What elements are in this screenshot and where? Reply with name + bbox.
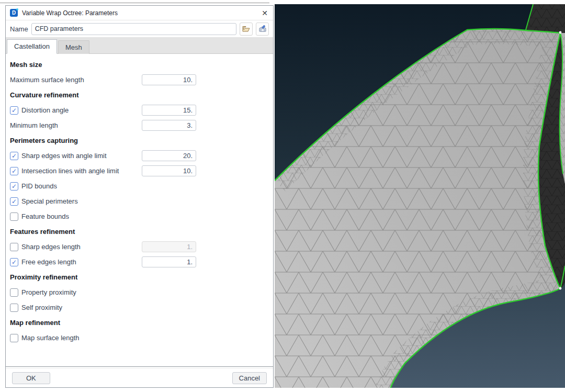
- param-row: Property proximity: [8, 285, 271, 300]
- param-row: Self proximity: [8, 300, 271, 315]
- param-label: Sharp edges with angle limit: [21, 152, 107, 160]
- close-icon[interactable]: ✕: [261, 9, 269, 17]
- param-row: Feature bounds: [8, 209, 271, 224]
- param-input[interactable]: [142, 241, 196, 252]
- param-input[interactable]: [142, 74, 196, 85]
- checkbox-checked[interactable]: [10, 152, 18, 160]
- section-header: Mesh size: [8, 57, 271, 72]
- param-label: Distortion angle: [21, 106, 69, 114]
- dialog-titlebar[interactable]: D Variable Wrap Octree: Parameters ✕: [6, 6, 273, 20]
- checkbox-unchecked[interactable]: [10, 288, 18, 297]
- name-label: Name: [10, 25, 28, 33]
- param-label: Maximum surface length: [10, 76, 84, 84]
- checkbox-checked[interactable]: [10, 167, 18, 175]
- param-row: Minimum length: [8, 118, 271, 133]
- vertex-dot-top: [559, 31, 562, 34]
- tab-bar: Castellation Mesh: [6, 38, 273, 54]
- param-label: PID bounds: [21, 182, 57, 190]
- checkbox-checked[interactable]: [10, 182, 18, 191]
- param-label: Self proximity: [21, 304, 62, 311]
- param-label: Intersection lines with angle limit: [21, 167, 119, 175]
- param-input[interactable]: [142, 120, 196, 131]
- checkbox-checked[interactable]: [10, 197, 18, 206]
- param-input[interactable]: [142, 165, 196, 176]
- cancel-button[interactable]: Cancel: [232, 372, 267, 384]
- param-label: Feature bounds: [21, 212, 69, 220]
- tab-mesh[interactable]: Mesh: [58, 40, 89, 54]
- param-label: Free edges length: [21, 258, 76, 266]
- checkbox-checked[interactable]: [10, 258, 18, 266]
- app-icon: D: [10, 9, 18, 17]
- param-label: Special perimeters: [21, 197, 78, 205]
- param-row: Distortion angle: [8, 103, 271, 118]
- vertex-dot-bottom: [559, 287, 562, 290]
- param-label: Sharp edges length: [21, 243, 81, 251]
- section-header: Perimeters capturing: [8, 133, 271, 148]
- save-icon: [258, 25, 267, 32]
- checkbox-unchecked[interactable]: [10, 334, 18, 342]
- section-header: Proximity refinement: [8, 270, 271, 285]
- window-top-edge: [0, 3, 269, 3]
- param-row: Sharp edges with angle limit: [8, 148, 271, 163]
- checkbox-unchecked[interactable]: [10, 304, 18, 312]
- param-row: Maximum surface length: [8, 72, 271, 87]
- param-input[interactable]: [142, 150, 196, 161]
- parameters-dialog: D Variable Wrap Octree: Parameters ✕ Nam…: [5, 5, 274, 388]
- dialog-title: Variable Wrap Octree: Parameters: [22, 9, 118, 17]
- checkbox-checked[interactable]: [10, 106, 18, 115]
- param-label: Property proximity: [21, 288, 76, 296]
- param-row: Special perimeters: [8, 194, 271, 209]
- param-row: Free edges length: [8, 254, 271, 270]
- param-input[interactable]: [142, 256, 196, 267]
- section-header: Curvature refinement: [8, 87, 271, 103]
- param-label: Minimum length: [10, 121, 58, 129]
- section-header: Features refinement: [8, 224, 271, 239]
- open-parameters-button[interactable]: [240, 23, 253, 36]
- parameters-form: Mesh sizeMaximum surface lengthCurvature…: [6, 54, 273, 366]
- name-input[interactable]: [31, 23, 236, 35]
- dialog-footer: OK Cancel: [6, 368, 273, 387]
- section-header: Map refinement: [8, 315, 271, 330]
- tab-castellation[interactable]: Castellation: [7, 39, 57, 54]
- param-row: Intersection lines with angle limit: [8, 163, 271, 178]
- folder-open-icon: [242, 26, 251, 32]
- param-label: Map surface length: [21, 334, 80, 342]
- ok-button[interactable]: OK: [12, 372, 50, 384]
- param-input[interactable]: [142, 105, 196, 116]
- param-row: Map surface length: [8, 330, 271, 345]
- param-row: PID bounds: [8, 178, 271, 194]
- checkbox-unchecked[interactable]: [10, 212, 18, 221]
- mesh-scene: L:1.00: [275, 4, 565, 388]
- 3d-viewport[interactable]: L:1.00: [275, 4, 565, 388]
- param-row: Sharp edges length: [8, 239, 271, 254]
- checkbox-unchecked[interactable]: [10, 243, 18, 251]
- save-parameters-button[interactable]: [256, 23, 269, 36]
- name-row: Name: [6, 20, 273, 38]
